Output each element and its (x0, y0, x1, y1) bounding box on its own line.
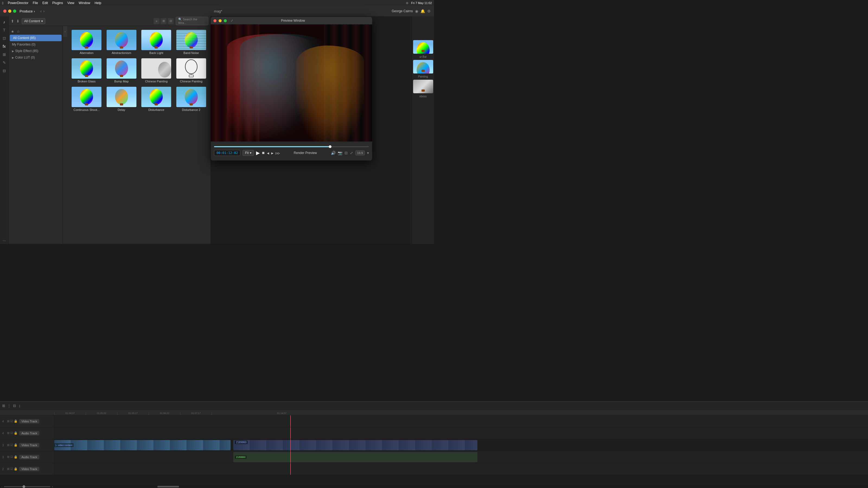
preview-tools-right: 🔊 📷 ⊟ ⤢ 16:9 ▾ (331, 151, 369, 155)
search-box[interactable]: 🔍 Search the libra... (176, 17, 208, 25)
settings-icon[interactable]: ⚙ (427, 9, 431, 13)
left-sidebar: ♪ T ⊡ fx ⊞ ✎ ⊟ ··· (0, 16, 9, 244)
favorites-outline-icon[interactable]: ☆ (17, 29, 20, 34)
effect-bandnoise[interactable]: Band Noise (174, 28, 209, 56)
preview-snapshot-icon[interactable]: 📷 (338, 151, 342, 155)
preview-timeline-thumb[interactable] (329, 145, 332, 148)
grid-view-icon[interactable]: ⊞ (161, 18, 166, 24)
prev-frame-button[interactable]: ◂ (267, 151, 269, 156)
sidebar-mask-icon[interactable]: ⊟ (1, 67, 8, 74)
effect-chinesepainting1[interactable]: Chinese Painting (139, 57, 174, 85)
preview-timeline[interactable] (214, 146, 369, 147)
menu-file[interactable]: File (33, 1, 38, 5)
user-icon[interactable]: ◉ (415, 9, 418, 13)
effect-disturbance2[interactable]: Disturbance 2 (174, 85, 209, 113)
sidebar-paint-icon[interactable]: ✎ (1, 59, 8, 66)
effect-backlight[interactable]: Back Light (139, 28, 174, 56)
effect-brokenglass[interactable]: Broken Glass (69, 57, 104, 85)
effect-label-backlight: Back Light (150, 51, 163, 55)
effect-thumbnail-chinesepainting2 (176, 58, 206, 78)
effect-aberration[interactable]: Aberration (69, 28, 104, 56)
filter-style-effect[interactable]: ▶ Style Effect (85) (9, 48, 63, 54)
minimize-button[interactable] (8, 9, 11, 13)
view-icons: ≡ ⊞ ⊟ (154, 18, 174, 24)
end-button[interactable]: ▹▹ (276, 151, 280, 156)
content-dropdown[interactable]: All Content ▾ (22, 18, 45, 24)
upload-icon[interactable]: ⬆ (11, 19, 14, 23)
back-arrow[interactable]: ‹ (40, 9, 42, 13)
strip-thumb-2[interactable] (413, 60, 433, 73)
filter-my-favorites[interactable]: My Favorites (0) (9, 41, 63, 48)
preview-timecode[interactable]: 00:01:12:02 (214, 150, 240, 156)
svg-rect-1 (189, 75, 193, 77)
effect-label-disturbance2: Disturbance 2 (182, 108, 200, 111)
forward-arrow[interactable]: › (43, 9, 44, 13)
filter-color-lut[interactable]: ▶ Color LUT (0) (9, 54, 63, 61)
effect-abstractionism[interactable]: Abstractionism (104, 28, 139, 56)
strip-thumb-1[interactable] (413, 40, 433, 54)
menu-window[interactable]: Window (79, 1, 90, 5)
aspect-dropdown-icon[interactable]: ▾ (367, 151, 369, 155)
effect-thumbnail-abstractionism (106, 30, 136, 50)
menu-help[interactable]: Help (95, 1, 101, 5)
traffic-lights (3, 9, 16, 13)
effect-thumbnail-bandnoise (176, 30, 206, 50)
content-toolbar: ⬆ ⬇ All Content ▾ ≡ ⊞ ⊟ 🔍 Search the lib… (9, 16, 211, 26)
cinema-overlay (211, 24, 372, 141)
preview-fit-dropdown[interactable]: Fit ▾ (243, 150, 254, 156)
aspect-ratio-badge: 16:9 (355, 151, 365, 155)
effect-thumbnail-disturbance1 (141, 87, 171, 107)
strip-thumb-3[interactable] (413, 80, 433, 93)
favorites-star-icon[interactable]: ★ (11, 29, 14, 34)
effect-continuousshoot[interactable]: Continuous Shoot... (69, 85, 104, 113)
panel-collapse-button[interactable]: ‹ (63, 26, 67, 37)
menu-edit[interactable]: Edit (42, 1, 48, 5)
sidebar-more-icon[interactable]: ··· (1, 237, 8, 244)
effect-bumpmap[interactable]: Bump Map (104, 57, 139, 85)
render-preview-button[interactable]: Render Preview (294, 151, 317, 155)
bell-icon[interactable]: 🔔 (421, 9, 425, 13)
effect-thumbnail-aberration (72, 30, 101, 50)
effect-chinesepainting2[interactable]: Chinese Painting (174, 57, 209, 85)
user-name: George Cairns (392, 9, 413, 13)
close-button[interactable] (3, 9, 6, 13)
sidebar-overlay-icon[interactable]: ⊡ (1, 35, 8, 42)
menu-bar-time: Fri 7 May 11:02 (411, 1, 432, 5)
produce-tab[interactable]: Produce › (20, 9, 35, 13)
download-icon[interactable]: ⬇ (16, 19, 20, 23)
effect-label-bumpmap: Bump Map (114, 80, 129, 83)
effect-delay[interactable]: Delay (104, 85, 139, 113)
stop-button[interactable]: ■ (262, 151, 265, 155)
play-button[interactable]: ▶ (256, 150, 260, 156)
menu-plugins[interactable]: Plugins (52, 1, 63, 5)
effect-disturbance1[interactable]: Disturbance (139, 85, 174, 113)
sidebar-media-icon[interactable]: ♪ (1, 19, 8, 26)
effect-thumbnail-brokenglass (72, 58, 101, 78)
document-title: mag* (48, 9, 389, 13)
apple-menu[interactable]:  (2, 1, 3, 5)
sidebar-text-icon[interactable]: T (1, 27, 8, 34)
sidebar-transition-icon[interactable]: ⊞ (1, 51, 8, 58)
sidebar-fx-icon[interactable]: fx (1, 43, 8, 50)
preview-split-icon[interactable]: ⊟ (344, 151, 348, 155)
filter-sidebar: ★ ☆ All Content (85) My Favorites (0) ▶ … (9, 26, 63, 244)
main-layout: ♪ T ⊡ fx ⊞ ✎ ⊟ ··· ⬆ ⬇ All Content ▾ ≡ ⊞… (0, 16, 434, 244)
effect-thumbnail-continuousshoot (72, 87, 101, 107)
filter-all-content[interactable]: All Content (85) (10, 35, 62, 41)
effect-label-bandnoise: Band Noise (183, 51, 199, 55)
strip-label-2: Painting (418, 75, 428, 78)
large-grid-icon[interactable]: ⊟ (167, 18, 174, 24)
effect-label-aberration: Aberration (80, 51, 94, 55)
preview-volume-icon[interactable]: 🔊 (331, 151, 336, 155)
maximize-button[interactable] (13, 9, 16, 13)
title-bar-right: George Cairns ◉ 🔔 ⚙ (392, 9, 431, 13)
title-bar: Produce › ‹ › mag* George Cairns ◉ 🔔 ⚙ (0, 6, 434, 16)
effect-thumbnail-disturbance2 (176, 87, 206, 107)
app-name[interactable]: PowerDirector (8, 1, 29, 5)
preview-fullscreen-icon[interactable]: ⤢ (350, 151, 353, 155)
preview-close-button[interactable] (214, 19, 216, 22)
effect-label-brokenglass: Broken Glass (78, 80, 95, 83)
menu-view[interactable]: View (67, 1, 74, 5)
list-view-icon[interactable]: ≡ (154, 18, 159, 24)
next-frame-button[interactable]: ▸ (271, 151, 273, 156)
